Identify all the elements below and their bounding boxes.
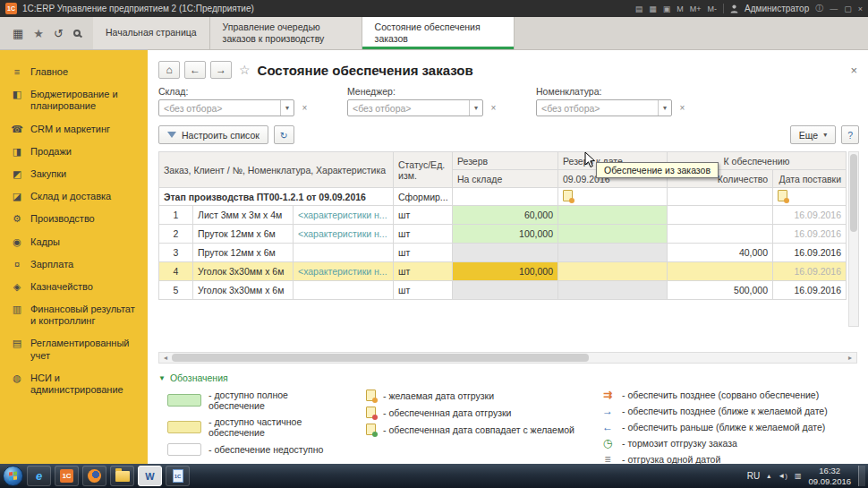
close-form-icon[interactable]: × (850, 64, 859, 77)
scrollbar-thumb[interactable] (850, 154, 857, 232)
home-button[interactable]: ⌂ (158, 61, 180, 79)
sidebar-item-sales[interactable]: ◨Продажи (0, 141, 148, 163)
sidebar-item-main[interactable]: ≡Главное (0, 61, 148, 83)
taskbar-word-icon[interactable]: W (138, 466, 162, 486)
manager-combo[interactable]: <без отбора> ▾ (347, 99, 483, 116)
taskbar-firefox-icon[interactable] (82, 466, 106, 486)
tab-production-queue[interactable]: Управление очередью заказов к производст… (210, 17, 362, 49)
language-indicator[interactable]: RU (747, 471, 760, 481)
table-row[interactable]: 1Лист 3мм х 3м х 4м<характеристики н...ш… (159, 206, 847, 225)
taskbar-clock[interactable]: 16:32 09.09.2016 (808, 466, 851, 487)
vertical-scrollbar[interactable] (848, 151, 859, 327)
group-row-label: Этап производства ПТ00-1.2.1 от 09.09.20… (159, 188, 394, 206)
help-button[interactable]: ? (841, 125, 859, 144)
scroll-right-icon[interactable]: ▸ (844, 354, 856, 362)
scrollbar-thumb[interactable] (172, 354, 589, 362)
sales-icon: ◨ (11, 146, 23, 158)
refresh-button[interactable]: ↻ (274, 125, 294, 144)
tab-label: Начальная страница (106, 27, 197, 39)
taskbar-browser-icon[interactable]: e (27, 466, 51, 486)
show-desktop-button[interactable] (858, 466, 865, 486)
main-icon: ≡ (11, 66, 23, 78)
group-row[interactable]: Этап производства ПТ00-1.2.1 от 09.09.20… (159, 188, 847, 206)
col-header-reserve[interactable]: Резерв (453, 152, 558, 170)
taskbar-explorer-icon[interactable] (110, 466, 134, 486)
memory-m-button[interactable]: M (677, 4, 684, 13)
chevron-down-icon: ▾ (823, 131, 827, 139)
configure-list-button[interactable]: Настроить список (158, 125, 268, 144)
calculator-icon[interactable]: ▣ (663, 4, 671, 13)
current-user[interactable]: Администратор (745, 4, 809, 13)
sidebar-item-payroll[interactable]: ¤Зарплата (0, 253, 148, 276)
history-icon[interactable]: ↺ (54, 28, 64, 39)
legend-item: ◷- тормозит отгрузку заказа (600, 438, 828, 449)
col-header-order[interactable]: Заказ, Клиент / №, Номенклатура, Характе… (159, 152, 394, 188)
sidebar-item-regulated[interactable]: ▤Регламентированный учет (0, 332, 148, 366)
sidebar-item-label: Продажи (30, 146, 72, 158)
forward-button[interactable]: → (210, 61, 232, 79)
row-unit-cell: шт (394, 244, 453, 262)
taskbar-1c-icon[interactable]: 1С (55, 466, 79, 486)
chevron-down-icon[interactable]: ▾ (280, 100, 294, 116)
row-reserve-date-cell (558, 244, 668, 262)
info-icon[interactable]: ⓘ (815, 3, 823, 14)
collapse-chevron-icon[interactable]: ▼ (158, 374, 166, 382)
sidebar-item-warehouse[interactable]: ◪Склад и доставка (0, 185, 148, 208)
minimize-icon[interactable]: — (830, 4, 838, 13)
close-icon[interactable]: × (858, 4, 863, 13)
tab-supply-status[interactable]: Состояние обеспечения заказов (362, 17, 515, 49)
sidebar-item-purchases[interactable]: ◩Закупки (0, 163, 148, 185)
sidebar-item-hr[interactable]: ◉Кадры (0, 231, 148, 253)
horizontal-scrollbar[interactable]: ◂ ▸ (158, 352, 857, 364)
filter-warehouse: Склад: <без отбора> ▾ × (158, 86, 311, 116)
tab-home[interactable]: Начальная страница (93, 17, 210, 49)
favorites-star-icon[interactable]: ★ (33, 28, 44, 39)
sidebar-item-label: Казначейство (30, 281, 93, 293)
chevron-down-icon[interactable]: ▾ (658, 100, 671, 116)
col-header-stock[interactable]: На складе (453, 170, 558, 188)
clear-filter-icon[interactable]: × (676, 101, 689, 115)
sections-menu-icon[interactable]: ▦ (13, 28, 23, 39)
legend-label: - обеспечить позднее (ближе к желаемой д… (622, 406, 828, 416)
col-header-supply-date[interactable]: Дата поставки (773, 170, 847, 188)
restore-icon[interactable]: ▢ (844, 4, 852, 13)
sidebar-item-crm[interactable]: ☎CRM и маркетинг (0, 118, 148, 141)
row-name-cell: Пруток 12мм х 6м (193, 225, 294, 244)
col-header-status[interactable]: Статус/Ед. изм. (394, 152, 453, 188)
more-button[interactable]: Еще ▾ (790, 125, 836, 144)
sidebar-item-production[interactable]: ⚙Производство (0, 208, 148, 230)
memory-mplus-button[interactable]: M+ (690, 4, 702, 13)
legend-col-1: - доступно полное обеспечение- доступно … (167, 390, 343, 464)
scrollbar-track[interactable] (172, 353, 844, 363)
favorite-star-icon[interactable]: ☆ (239, 63, 251, 77)
table-row[interactable]: 5Уголок 3х30мм х 6мшт500,00016.09.2016 (159, 281, 847, 300)
sidebar-item-finance[interactable]: ▥Финансовый результат и контроллинг (0, 298, 148, 332)
sidebar-item-budgeting[interactable]: ◧Бюджетирование и планирование (0, 83, 148, 117)
table-row[interactable]: 3Пруток 12мм х 6мшт40,00016.09.2016 (159, 244, 847, 262)
table-row[interactable]: 2Пруток 12мм х 6м<характеристики н...шт1… (159, 225, 847, 244)
back-button[interactable]: ← (184, 61, 206, 79)
volume-icon[interactable]: ◄) (778, 472, 787, 480)
network-icon[interactable]: ▥ (795, 472, 802, 480)
nomenclature-combo[interactable]: <без отбора> ▾ (536, 99, 672, 116)
taskbar-document-icon[interactable]: 1С (166, 466, 190, 486)
sidebar-item-treasury[interactable]: ◈Казначейство (0, 276, 148, 298)
hidden-icons-chevron[interactable]: ▴ (767, 472, 770, 480)
memory-mminus-button[interactable]: M- (708, 4, 718, 13)
legend: ▼ Обозначения - доступно полное обеспече… (158, 372, 859, 464)
row-supply-date-cell: 16.09.2016 (773, 225, 847, 244)
calendar-icon[interactable]: ▦ (649, 4, 657, 13)
warehouse-combo[interactable]: <без отбора> ▾ (158, 99, 294, 116)
clear-filter-icon[interactable]: × (487, 101, 500, 115)
legend-label: - желаемая дата отгрузки (383, 390, 494, 401)
legend-item: - обеспеченная дата совпадает с желаемой (366, 424, 577, 435)
clipboard-icon[interactable]: ▤ (635, 4, 643, 13)
table-row[interactable]: 4Уголок 3х30мм х 6м<характеристики н...ш… (159, 262, 847, 281)
scroll-left-icon[interactable]: ◂ (159, 354, 172, 362)
search-icon[interactable] (73, 30, 81, 37)
start-button[interactable] (3, 466, 23, 486)
sidebar-item-nsi[interactable]: ◍НСИ и администрирование (0, 367, 148, 401)
clear-filter-icon[interactable]: × (298, 101, 311, 115)
browser-letter: e (36, 469, 42, 483)
chevron-down-icon[interactable]: ▾ (469, 100, 482, 116)
